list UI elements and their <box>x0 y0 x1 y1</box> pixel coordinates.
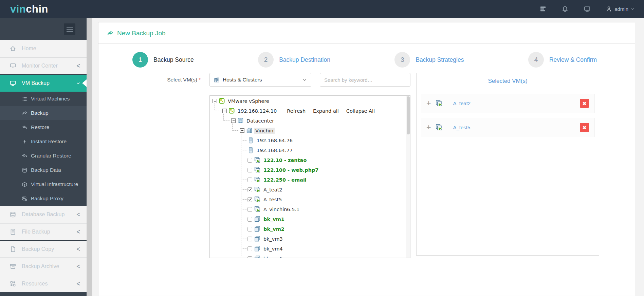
expand-toggle[interactable] <box>213 99 217 103</box>
tree-row: 192.168.124.10RefreshExpand allCollapse … <box>210 106 410 116</box>
sidebar-item-resources[interactable]: Resources< <box>0 275 87 292</box>
tree-node-label[interactable]: bk_vm4 <box>262 246 284 252</box>
wizard-step-2[interactable]: 2Backup Destination <box>258 52 330 68</box>
remove-vm-button[interactable]: ✖ <box>580 123 589 132</box>
tree-node-label[interactable]: bk_vm3 <box>262 236 284 242</box>
vm-checkbox[interactable] <box>247 187 252 192</box>
expand-toggle[interactable] <box>231 118 236 123</box>
tree-row: 122.10 - zentao <box>210 155 410 165</box>
expand-toggle[interactable] <box>240 128 244 133</box>
tree-node-label[interactable]: bk_vm5 <box>262 256 284 258</box>
tree-node-label[interactable]: 192.168.124.10 <box>236 108 278 114</box>
sidebar-item-restore[interactable]: Restore <box>0 120 87 134</box>
sidebar-item-virtual-machines[interactable]: Virtual Machines <box>0 92 87 106</box>
tree-node-label[interactable]: A_test5 <box>262 197 283 203</box>
tree-connector <box>242 248 246 249</box>
tree-guide <box>223 113 224 121</box>
sidebar-item-granular-restore[interactable]: Granular Restore <box>0 149 87 163</box>
sidebar-item-vm-backup[interactable]: VM Backup <box>0 74 87 92</box>
database-icon <box>10 211 16 218</box>
sidebar-item-monitor-center[interactable]: Monitor Center< <box>0 57 87 74</box>
vm-checkbox[interactable] <box>247 217 252 222</box>
remove-vm-button[interactable]: ✖ <box>580 99 589 108</box>
vm-checkbox[interactable] <box>247 256 252 258</box>
sidebar-item-label: Resources <box>22 281 48 287</box>
tree-node-label[interactable]: Vinchin <box>254 128 275 134</box>
tree-node-label[interactable]: 192.168.64.77 <box>255 147 294 153</box>
sidebar-item-instant-restore[interactable]: Instant Restore <box>0 134 87 149</box>
tree-scrollbar-thumb[interactable] <box>407 96 410 134</box>
sidebar-item-label: Monitor Center <box>22 63 58 69</box>
tree-node-label[interactable]: 192.168.64.76 <box>255 137 294 144</box>
wizard-step-4[interactable]: 4Review & Confirm <box>528 52 597 68</box>
tree-row: 122.100 - web.php7 <box>210 165 410 175</box>
vm-running-icon <box>436 100 443 107</box>
expand-toggle[interactable] <box>222 109 227 113</box>
expand-all-link[interactable]: Expand all <box>313 108 339 114</box>
card-header: New Backup Job <box>98 22 635 44</box>
tree-node-label[interactable]: VMware vSphere <box>226 98 271 104</box>
tree-row: Datacenter <box>210 116 410 126</box>
tree-node-label[interactable]: 122.10 - zentao <box>262 157 308 163</box>
vm-checkbox[interactable] <box>247 178 252 182</box>
notification-bell-icon[interactable] <box>562 5 569 13</box>
sidebar-item-backup-archive[interactable]: Backup Archive< <box>0 258 87 275</box>
view-type-select[interactable]: Hosts & Clusters <box>209 73 311 87</box>
reply-icon <box>22 125 27 130</box>
sidebar-item-backup-data[interactable]: Backup Data <box>0 163 87 177</box>
tree-node-label[interactable]: bk_vm2 <box>262 226 286 232</box>
vm-checkbox[interactable] <box>247 227 252 232</box>
page-title: New Backup Job <box>117 30 166 37</box>
sidebar-item-backup-copy[interactable]: Backup Copy< <box>0 240 87 258</box>
wizard-step-1[interactable]: 1Backup Source <box>132 52 194 68</box>
vm-checkbox[interactable] <box>247 237 252 241</box>
selected-vm-name: A_teat2 <box>453 100 471 106</box>
plus-icon[interactable]: + <box>426 124 431 131</box>
sidebar-header <box>0 18 87 40</box>
sidebar-item-label: File Backup <box>22 229 50 235</box>
step-number: 2 <box>258 52 274 68</box>
plus-icon[interactable]: + <box>426 99 431 107</box>
username: admin <box>614 6 628 12</box>
sidebar-item-backup-proxy[interactable]: Backup Proxy <box>0 191 87 206</box>
tree-connector <box>242 229 246 229</box>
vm-checkbox[interactable] <box>247 197 252 202</box>
sidebar-item-backup[interactable]: Backup <box>0 106 87 120</box>
tree-row: bk_vm3 <box>210 234 410 244</box>
tree-node-label[interactable]: bk_vm1 <box>262 216 286 222</box>
vm-checkbox[interactable] <box>247 207 252 212</box>
sidebar-item-home[interactable]: Home <box>0 40 87 57</box>
storage-icon[interactable] <box>539 5 547 13</box>
sidebar-item-file-backup[interactable]: File Backup< <box>0 223 87 240</box>
sidebar-item-database-backup[interactable]: Database Backup< <box>0 206 87 223</box>
search-input[interactable] <box>320 73 410 87</box>
tree-node-label[interactable]: A_teat2 <box>262 187 284 193</box>
tree-scrollbar[interactable] <box>406 96 410 258</box>
host-icon <box>247 137 254 144</box>
console-screen-icon[interactable] <box>584 5 591 13</box>
tree-node-label[interactable]: Datacenter <box>245 118 275 124</box>
chevron-left-icon: < <box>76 211 80 219</box>
vm-checkbox[interactable] <box>247 158 252 163</box>
cluster-icon <box>246 127 253 134</box>
vm-stopped-icon <box>254 226 261 232</box>
step-label: Review & Confirm <box>549 56 597 63</box>
chevron-left-icon: < <box>76 280 80 288</box>
tree-connector <box>242 199 246 200</box>
selected-vms-panel: Selected VM(s) +A_teat2✖+A_test5✖ <box>416 73 599 256</box>
collapse-all-link[interactable]: Collapse All <box>346 108 375 114</box>
sidebar-item-virtual-infrastructure[interactable]: Virtual Infrastructure <box>0 177 87 191</box>
vm-checkbox[interactable] <box>247 246 252 251</box>
tree-row: 192.168.64.76 <box>210 135 410 145</box>
tree-node-label[interactable]: A_vinchin6.5.1 <box>262 206 301 212</box>
tree-node-label[interactable]: 122.100 - web.php7 <box>262 167 320 173</box>
chevron-down-icon <box>631 7 634 11</box>
tree-node-label[interactable]: 122.250 - email <box>262 177 308 183</box>
file-icon <box>10 228 16 235</box>
sidebar-collapse-button[interactable] <box>64 23 75 35</box>
wizard-step-3[interactable]: 3Backup Strategies <box>394 52 464 68</box>
sidebar-item-label: Backup Data <box>31 167 61 173</box>
refresh-link[interactable]: Refresh <box>287 108 306 114</box>
vm-checkbox[interactable] <box>247 168 252 172</box>
user-menu[interactable]: admin <box>606 6 634 12</box>
